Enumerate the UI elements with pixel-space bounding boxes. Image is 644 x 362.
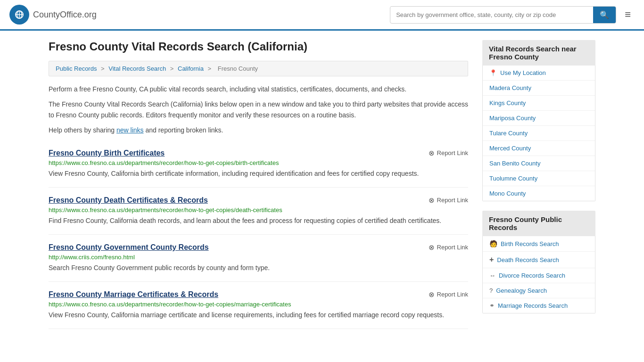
- sidebar-nearby-list: 📍 Use My Location Madera County Kings Co…: [482, 66, 595, 201]
- site-header: CountyOffice.org 🔍 ≡: [0, 0, 644, 31]
- breadcrumb-public-records[interactable]: Public Records: [56, 65, 97, 72]
- sidebar-item-genealogy[interactable]: ? Genealogy Search: [483, 283, 595, 298]
- cross-icon: +: [489, 255, 494, 264]
- breadcrumb-california[interactable]: California: [178, 65, 204, 72]
- search-icon: 🔍: [600, 11, 609, 19]
- sidebar-item-birth-records[interactable]: 🧑 Birth Records Search: [483, 236, 595, 252]
- record-desc-0: View Fresno County, California birth cer…: [49, 169, 468, 179]
- breadcrumb: Public Records > Vital Records Search > …: [49, 61, 468, 76]
- sidebar-nearby-section: Vital Records Search near Fresno County …: [482, 40, 595, 201]
- search-button[interactable]: 🔍: [593, 7, 616, 23]
- main-container: Fresno County Vital Records Search (Cali…: [39, 31, 605, 338]
- rings-icon: ⚭: [489, 302, 495, 309]
- record-title-1[interactable]: Fresno County Death Certificates & Recor…: [49, 196, 208, 205]
- sidebar-use-location[interactable]: 📍 Use My Location: [483, 66, 595, 81]
- search-input[interactable]: [390, 8, 593, 22]
- sidebar-public-records-section: Fresno County Public Records 🧑 Birth Rec…: [482, 211, 595, 313]
- breadcrumb-fresno-county: Fresno County: [218, 65, 258, 72]
- header-right: 🔍 ≡: [390, 6, 635, 24]
- record-url-0[interactable]: https://www.co.fresno.ca.us/departments/…: [49, 159, 468, 166]
- hamburger-icon: ≡: [625, 8, 631, 20]
- record-title-0[interactable]: Fresno County Birth Certificates: [49, 149, 165, 157]
- sidebar-item-marriage-records[interactable]: ⚭ Marriage Records Search: [483, 298, 595, 313]
- search-bar: 🔍: [390, 6, 616, 24]
- records-list: Fresno County Birth Certificates ⊗ Repor…: [49, 140, 468, 329]
- arrows-icon: ↔: [489, 272, 495, 279]
- sidebar-item-divorce-records[interactable]: ↔ Divorce Records Search: [483, 268, 595, 283]
- sidebar-item-tulare[interactable]: Tulare County: [483, 126, 595, 141]
- sidebar-item-mono[interactable]: Mono County: [483, 186, 595, 201]
- sidebar-public-records-list: 🧑 Birth Records Search + Death Records S…: [482, 236, 595, 313]
- record-url-2[interactable]: http://www.criis.com/fresno.html: [49, 254, 468, 261]
- report-icon-2: ⊗: [429, 243, 435, 252]
- record-title-2[interactable]: Fresno County Government County Records: [49, 243, 209, 252]
- report-link-0[interactable]: ⊗ Report Link: [429, 149, 468, 157]
- report-link-1[interactable]: ⊗ Report Link: [429, 196, 468, 205]
- logo-icon: [9, 5, 29, 25]
- question-icon: ?: [489, 287, 493, 294]
- page-title: Fresno County Vital Records Search (Cali…: [49, 40, 468, 53]
- report-icon-1: ⊗: [429, 196, 435, 205]
- record-item: Fresno County Death Certificates & Recor…: [49, 188, 468, 235]
- record-title-3[interactable]: Fresno County Marriage Certificates & Re…: [49, 290, 218, 299]
- sidebar-public-records-heading: Fresno County Public Records: [482, 211, 595, 236]
- record-item: Fresno County Government County Records …: [49, 235, 468, 282]
- record-item: Fresno County Birth Certificates ⊗ Repor…: [49, 140, 468, 188]
- description-2: The Fresno County Vital Records Search (…: [49, 99, 468, 120]
- new-links-link[interactable]: new links: [116, 126, 144, 134]
- person-icon: 🧑: [489, 240, 497, 247]
- report-icon-0: ⊗: [429, 149, 435, 157]
- content-area: Fresno County Vital Records Search (Cali…: [49, 40, 468, 329]
- sidebar-nearby-heading: Vital Records Search near Fresno County: [482, 40, 595, 66]
- logo-text: CountyOffice.org: [33, 10, 97, 20]
- description-3: Help others by sharing new links and rep…: [49, 125, 468, 135]
- record-url-1[interactable]: https://www.co.fresno.ca.us/departments/…: [49, 206, 468, 214]
- sidebar: Vital Records Search near Fresno County …: [482, 40, 595, 329]
- sidebar-item-tuolumne[interactable]: Tuolumne County: [483, 171, 595, 186]
- sidebar-item-death-records[interactable]: + Death Records Search: [483, 252, 595, 268]
- report-icon-3: ⊗: [429, 290, 435, 299]
- record-desc-1: Find Fresno County, California death rec…: [49, 216, 468, 226]
- logo-area[interactable]: CountyOffice.org: [9, 5, 97, 25]
- report-link-2[interactable]: ⊗ Report Link: [429, 243, 468, 252]
- sidebar-item-merced[interactable]: Merced County: [483, 141, 595, 156]
- menu-button[interactable]: ≡: [621, 8, 635, 22]
- record-desc-2: Search Fresno County Government public r…: [49, 263, 468, 273]
- location-pin-icon: 📍: [489, 69, 497, 76]
- record-item: Fresno County Marriage Certificates & Re…: [49, 282, 468, 329]
- sidebar-item-san-benito[interactable]: San Benito County: [483, 156, 595, 171]
- record-url-3[interactable]: https://www.co.fresno.ca.us/departments/…: [49, 301, 468, 308]
- breadcrumb-vital-records-search[interactable]: Vital Records Search: [108, 65, 166, 72]
- sidebar-item-madera[interactable]: Madera County: [483, 81, 595, 96]
- report-link-3[interactable]: ⊗ Report Link: [429, 290, 468, 299]
- record-desc-3: View Fresno County, California marriage …: [49, 310, 468, 320]
- description-1: Perform a free Fresno County, CA public …: [49, 84, 468, 94]
- sidebar-item-mariposa[interactable]: Mariposa County: [483, 111, 595, 126]
- sidebar-item-kings[interactable]: Kings County: [483, 96, 595, 111]
